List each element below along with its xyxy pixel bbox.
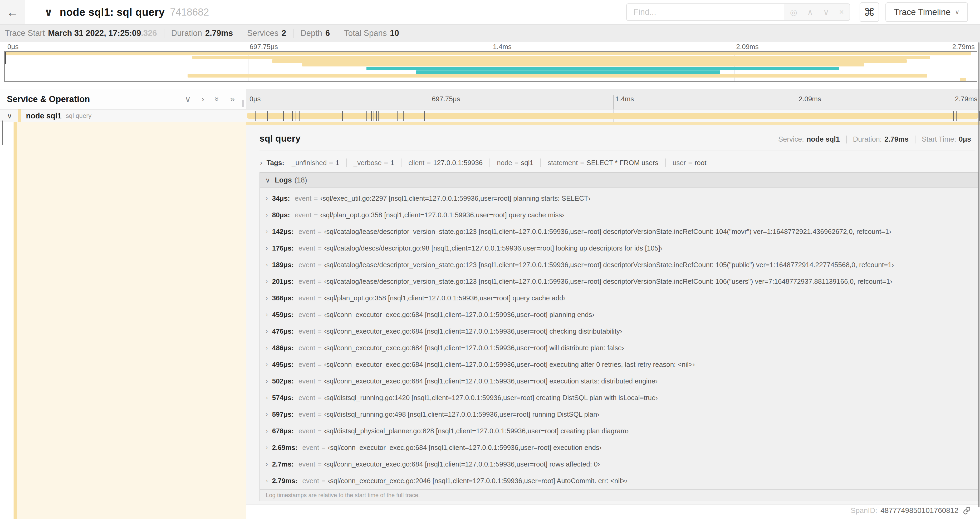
- log-row[interactable]: ›476μs:event=‹sql/conn_executor_exec.go:…: [260, 323, 978, 340]
- span-row-label[interactable]: ∨ node sql1 sql query: [0, 109, 246, 122]
- log-row[interactable]: ›80μs:event=‹sql/plan_opt.go:358 [nsql1,…: [260, 207, 978, 224]
- chevron-right-icon[interactable]: ›: [266, 245, 268, 252]
- log-tick-marker[interactable]: [424, 111, 425, 121]
- chevron-right-icon[interactable]: ›: [266, 211, 268, 219]
- log-row[interactable]: ›678μs:event=‹sql/distsql_physical_plann…: [260, 423, 978, 439]
- chevron-right-icon[interactable]: ›: [266, 295, 268, 302]
- log-row[interactable]: ›486μs:event=‹sql/conn_executor_exec.go:…: [260, 340, 978, 356]
- chevron-right-icon[interactable]: ›: [266, 428, 268, 434]
- span-bar-track[interactable]: [246, 109, 980, 122]
- log-timestamp: 459μs:: [272, 311, 294, 319]
- log-tick-marker[interactable]: [255, 111, 256, 121]
- trace-collapse-chevron-icon[interactable]: ∨: [44, 6, 52, 18]
- chevron-right-icon[interactable]: ›: [266, 328, 268, 335]
- log-tick-marker[interactable]: [299, 111, 299, 121]
- log-row[interactable]: ›176μs:event=‹sql/catalog/descs/descript…: [260, 240, 978, 257]
- view-selector-button[interactable]: Trace Timeline ∨: [885, 2, 968, 22]
- chevron-right-icon[interactable]: ›: [260, 159, 262, 167]
- chevron-right-icon[interactable]: ›: [266, 361, 268, 368]
- chevron-right-icon[interactable]: ›: [266, 345, 268, 351]
- log-field-key: event: [299, 394, 315, 402]
- chevron-right-icon[interactable]: ›: [266, 311, 268, 318]
- log-tick-marker[interactable]: [953, 111, 954, 121]
- clear-search-icon[interactable]: ×: [839, 7, 844, 17]
- tag-value: root: [695, 159, 706, 167]
- log-tick-marker[interactable]: [371, 111, 372, 121]
- log-tick-marker[interactable]: [403, 111, 404, 121]
- logs-header[interactable]: ∨ Logs (18): [260, 173, 978, 188]
- log-tick-marker[interactable]: [376, 111, 377, 121]
- log-row[interactable]: ›2.7ms:event=‹sql/conn_executor_exec.go:…: [260, 456, 978, 473]
- tag-equals: =: [384, 159, 388, 167]
- log-equals: =: [318, 294, 322, 302]
- tags-row[interactable]: › Tags: _unfinished=1_verbose=1client=12…: [246, 151, 980, 167]
- find-input[interactable]: [626, 3, 784, 21]
- span-duration-bar[interactable]: [247, 113, 979, 119]
- log-row[interactable]: ›34μs:event=‹sql/exec_util.go:2297 [nsql…: [260, 190, 978, 207]
- chevron-down-icon[interactable]: ∨: [265, 176, 270, 184]
- chevron-right-icon[interactable]: ›: [266, 461, 268, 468]
- log-row[interactable]: ›2.79ms:event=‹sql/conn_executor_exec.go…: [260, 473, 978, 489]
- chevron-right-icon[interactable]: ›: [266, 278, 268, 285]
- log-tick-marker[interactable]: [378, 111, 379, 121]
- chevron-right-icon[interactable]: ›: [266, 477, 268, 484]
- copy-link-icon[interactable]: [963, 506, 971, 515]
- logs-footer-text: Log timestamps are relative to the start…: [266, 492, 420, 499]
- log-tick-marker[interactable]: [292, 111, 293, 121]
- tick-label: 2.79ms: [955, 95, 977, 103]
- log-tick-marker[interactable]: [956, 111, 956, 121]
- chevron-right-icon[interactable]: ›: [266, 394, 268, 401]
- prev-result-icon[interactable]: ∧: [807, 7, 813, 17]
- log-tick-marker[interactable]: [374, 111, 374, 121]
- chevron-right-icon[interactable]: ›: [266, 228, 268, 235]
- log-row[interactable]: ›574μs:event=‹sql/distsql_running.go:142…: [260, 390, 978, 406]
- expand-one-icon[interactable]: ›: [202, 94, 204, 104]
- chevron-down-icon[interactable]: ∨: [7, 112, 13, 120]
- left-scrollbar-thumb[interactable]: [2, 121, 3, 145]
- log-timestamp: 189μs:: [272, 261, 294, 269]
- log-tick-marker[interactable]: [397, 111, 398, 121]
- log-row[interactable]: ›2.69ms:event=‹sql/conn_executor_exec.go…: [260, 439, 978, 456]
- chevron-right-icon[interactable]: ›: [266, 195, 268, 202]
- log-row[interactable]: ›495μs:event=‹sql/conn_executor_exec.go:…: [260, 356, 978, 373]
- log-row[interactable]: ›189μs:event=‹sql/catalog/lease/descript…: [260, 257, 978, 273]
- chevron-right-icon[interactable]: ›: [266, 411, 268, 418]
- tick-label: 2.09ms: [736, 43, 759, 51]
- collapse-all-icon[interactable]: »: [212, 97, 222, 102]
- back-button[interactable]: ←: [0, 0, 25, 24]
- locate-icon[interactable]: ◎: [790, 7, 797, 17]
- log-row[interactable]: ›142μs:event=‹sql/catalog/lease/descript…: [260, 224, 978, 240]
- collapse-one-icon[interactable]: ∨: [185, 94, 191, 104]
- column-resizer-handle[interactable]: ∥: [241, 99, 245, 107]
- chevron-right-icon[interactable]: ›: [266, 444, 268, 451]
- minimap-drag-handle[interactable]: [5, 52, 6, 64]
- log-timestamp: 597μs:: [272, 410, 294, 418]
- log-row[interactable]: ›502μs:event=‹sql/conn_executor_exec.go:…: [260, 373, 978, 390]
- log-tick-marker[interactable]: [366, 111, 367, 121]
- log-tick-marker[interactable]: [296, 111, 296, 121]
- next-result-icon[interactable]: ∨: [823, 7, 829, 17]
- chevron-right-icon[interactable]: ›: [266, 378, 268, 385]
- log-tick-marker[interactable]: [342, 111, 343, 121]
- logs-count: (18): [294, 176, 307, 184]
- tag-equals: =: [580, 159, 584, 167]
- log-timestamp: 486μs:: [272, 344, 294, 352]
- page-scrollbar-thumb[interactable]: [978, 42, 980, 508]
- ruler-gridline: [430, 95, 430, 109]
- log-tick-marker[interactable]: [283, 111, 284, 121]
- span-row[interactable]: ∨ node sql1 sql query: [0, 109, 980, 122]
- log-tick-marker[interactable]: [267, 111, 268, 121]
- log-equals: =: [318, 278, 322, 286]
- log-field-value: ‹sql/conn_executor_exec.go:684 [nsql1,cl…: [328, 444, 601, 452]
- chevron-right-icon[interactable]: ›: [266, 261, 268, 268]
- log-field-key: event: [299, 344, 315, 352]
- log-field-value: ‹sql/plan_opt.go:358 [nsql1,client=127.0…: [320, 211, 564, 219]
- minimap-canvas[interactable]: [4, 51, 977, 82]
- logs-footer-note: Log timestamps are relative to the start…: [260, 489, 978, 501]
- log-row[interactable]: ›201μs:event=‹sql/catalog/lease/descript…: [260, 273, 978, 290]
- keyboard-shortcuts-button[interactable]: ⌘: [860, 2, 879, 22]
- expand-all-icon[interactable]: »: [230, 94, 235, 104]
- log-row[interactable]: ›459μs:event=‹sql/conn_executor_exec.go:…: [260, 307, 978, 323]
- log-row[interactable]: ›366μs:event=‹sql/plan_opt.go:358 [nsql1…: [260, 290, 978, 307]
- log-row[interactable]: ›597μs:event=‹sql/distsql_running.go:498…: [260, 406, 978, 423]
